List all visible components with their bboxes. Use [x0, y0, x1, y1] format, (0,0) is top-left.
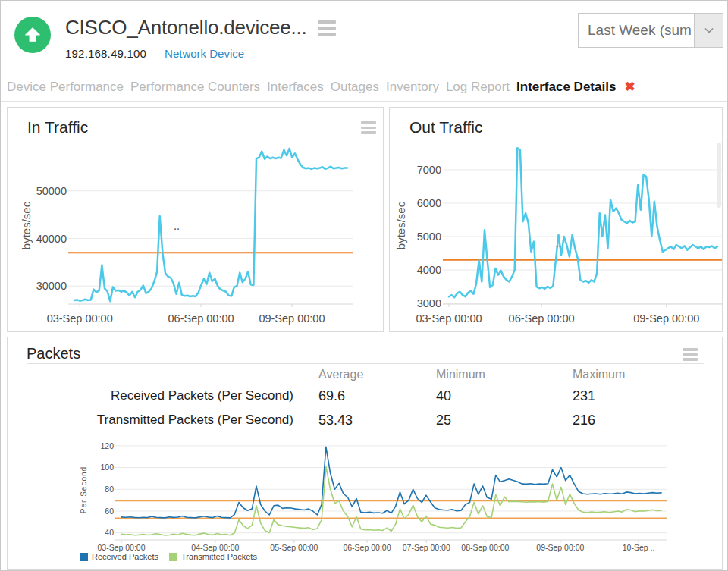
packets-menu-icon[interactable] [682, 348, 698, 361]
svg-text:bytes/sec: bytes/sec [20, 201, 33, 249]
svg-text:5000: 5000 [417, 231, 441, 243]
out-traffic-title: Out Traffic [410, 118, 722, 136]
scrollbar[interactable] [717, 143, 721, 208]
svg-text:3000: 3000 [417, 297, 441, 309]
svg-text:06-Sep 00:00: 06-Sep 00:00 [168, 312, 234, 325]
table-header-row: Average Minimum Maximum [27, 366, 722, 384]
chart-legend: Received Packets Transmitted Packets [80, 552, 722, 561]
tab-performance-counters[interactable]: Performance Counters [130, 80, 260, 95]
svg-text:80: 80 [105, 485, 114, 494]
in-traffic-title: In Traffic [27, 118, 383, 136]
svg-text:50000: 50000 [36, 185, 67, 197]
svg-text:10-Sep ..: 10-Sep .. [623, 543, 655, 552]
legend-received-packets[interactable]: Received Packets [80, 552, 158, 561]
received-packets-swatch-icon [80, 553, 88, 561]
row-label: Transmitted Packets (Per Second) [27, 413, 293, 428]
svg-text:03-Sep 00:00: 03-Sep 00:00 [47, 312, 113, 325]
avg-value: 53.43 [293, 413, 436, 428]
svg-text:7000: 7000 [417, 164, 441, 176]
device-ip: 192.168.49.100 [65, 47, 146, 60]
max-value: 231 [573, 388, 722, 404]
svg-text:09-Sep 00:00: 09-Sep 00:00 [536, 543, 584, 552]
device-snapshot-window: CISCO_Antonello.devicee... 192.168.49.10… [0, 0, 728, 571]
svg-text:06-Sep 00:00: 06-Sep 00:00 [509, 312, 575, 325]
time-period-select[interactable]: Last Week (sum [578, 13, 723, 48]
svg-text:40: 40 [105, 528, 114, 537]
svg-text:09-Sep 00:00: 09-Sep 00:00 [259, 312, 325, 325]
tab-log-report[interactable]: Log Report [446, 80, 510, 95]
device-menu-icon[interactable] [318, 20, 336, 36]
chevron-down-icon [694, 14, 723, 47]
min-value: 40 [436, 388, 573, 404]
svg-text:08-Sep 00:00: 08-Sep 00:00 [461, 543, 509, 552]
device-status-up-icon [14, 17, 51, 53]
tab-device-performance[interactable]: Device Performance [7, 80, 124, 95]
svg-text:4000: 4000 [417, 264, 441, 276]
divider [27, 363, 704, 364]
packets-panel: Packets Average Minimum Maximum Received… [7, 337, 723, 570]
row-label: Received Packets (Per Second) [27, 388, 293, 403]
up-arrow-icon [23, 25, 42, 45]
svg-text:..: .. [556, 240, 562, 249]
close-tab-icon[interactable]: ✖ [624, 80, 635, 93]
svg-text:03-Sep 00:00: 03-Sep 00:00 [416, 312, 482, 325]
svg-text:04-Sep 00:00: 04-Sep 00:00 [191, 543, 239, 552]
packets-stats-table: Average Minimum Maximum Received Packets… [8, 366, 722, 432]
svg-text:bytes/sec: bytes/sec [394, 201, 407, 249]
packets-chart[interactable]: 40608010012003-Sep 00:0004-Sep 00:0005-S… [8, 432, 722, 554]
svg-text:40000: 40000 [36, 233, 67, 245]
device-category-link[interactable]: Network Device [165, 47, 244, 60]
in-traffic-menu-icon[interactable] [361, 121, 376, 134]
traffic-charts-row: In Traffic 30000400005000003-Sep 00:0006… [7, 107, 721, 332]
col-minimum: Minimum [436, 368, 573, 381]
max-value: 216 [573, 413, 722, 428]
device-title: CISCO_Antonello.devicee... [65, 16, 307, 39]
svg-text:30000: 30000 [36, 280, 67, 292]
in-traffic-panel: In Traffic 30000400005000003-Sep 00:0006… [7, 107, 384, 332]
svg-text:06-Sep 00:00: 06-Sep 00:00 [343, 543, 391, 552]
out-traffic-panel: Out Traffic 3000400050006000700003-Sep 0… [389, 107, 723, 332]
table-row: Transmitted Packets (Per Second) 53.43 2… [27, 408, 722, 432]
svg-text:07-Sep 00:00: 07-Sep 00:00 [403, 543, 450, 552]
tab-outages[interactable]: Outages [331, 80, 379, 95]
tab-inventory[interactable]: Inventory [386, 80, 439, 95]
svg-text:03-Sep 00:00: 03-Sep 00:00 [97, 543, 145, 552]
device-tabs-bar: Device Performance Performance Counters … [1, 73, 727, 102]
min-value: 25 [436, 413, 573, 428]
tab-interfaces[interactable]: Interfaces [267, 80, 324, 95]
packets-title: Packets [27, 345, 722, 362]
svg-text:6000: 6000 [417, 197, 441, 209]
table-row: Received Packets (Per Second) 69.6 40 23… [27, 384, 722, 408]
svg-text:..: .. [174, 222, 180, 231]
in-traffic-chart[interactable]: 30000400005000003-Sep 00:0006-Sep 00:000… [8, 141, 383, 332]
svg-text:09-Sep 00:00: 09-Sep 00:00 [633, 312, 699, 325]
col-average: Average [293, 368, 436, 381]
device-header: CISCO_Antonello.devicee... 192.168.49.10… [1, 1, 727, 73]
svg-text:120: 120 [100, 441, 114, 450]
svg-text:05-Sep 00:00: 05-Sep 00:00 [270, 543, 318, 552]
legend-transmitted-packets[interactable]: Transmitted Packets [169, 552, 257, 561]
out-traffic-chart[interactable]: 3000400050006000700003-Sep 00:0006-Sep 0… [390, 141, 722, 332]
transmitted-packets-swatch-icon [169, 553, 177, 561]
svg-text:100: 100 [100, 463, 114, 472]
time-period-value: Last Week (sum [579, 14, 694, 47]
svg-text:Per Second: Per Second [80, 466, 88, 513]
tab-interface-details[interactable]: Interface Details [516, 80, 616, 95]
svg-text:60: 60 [105, 507, 114, 516]
avg-value: 69.6 [293, 388, 436, 404]
col-maximum: Maximum [573, 368, 722, 381]
